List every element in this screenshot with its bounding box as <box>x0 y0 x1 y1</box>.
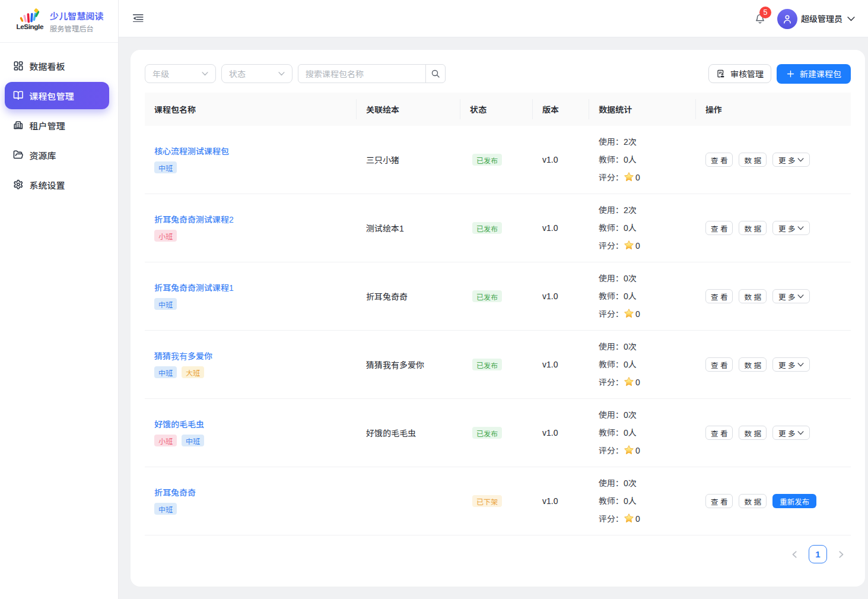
svg-text:LeSingle: LeSingle <box>17 23 44 31</box>
